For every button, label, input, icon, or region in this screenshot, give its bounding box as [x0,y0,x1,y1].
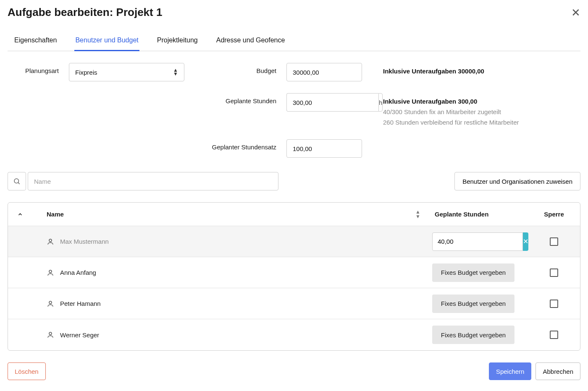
person-icon [47,269,54,276]
delete-button[interactable]: Löschen [8,362,46,380]
svg-point-3 [49,270,52,273]
table-row[interactable]: Peter Hamann Fixes Budget vergeben [8,288,580,319]
cancel-button[interactable]: Abbrechen [536,362,580,380]
hours-input[interactable] [432,232,523,251]
stunden-note-line2: 260 Stunden verbleibend für restliche Mi… [383,117,580,128]
lock-checkbox[interactable] [550,237,558,246]
name-header[interactable]: Name [47,211,415,218]
save-button[interactable]: Speichern [489,362,532,380]
svg-point-2 [49,239,52,242]
fix-budget-button[interactable]: Fixes Budget vergeben [432,295,514,313]
tab-eigenschaften[interactable]: Eigenschaften [13,33,58,51]
stunden-note-line1: 40/300 Stunden fix an Mitarbeiter zugete… [383,107,580,117]
user-name: Anna Anfang [60,269,96,276]
lock-checkbox[interactable] [550,300,558,308]
dialog-title: Aufgabe bearbeiten: Projekt 1 [8,6,162,19]
person-icon [47,300,54,308]
geplante-stunden-label: Geplante Stunden [8,93,286,104]
stunden-note-main: Inklusive Unteraufgaben 300,00 [383,96,580,107]
expand-header[interactable] [17,211,47,217]
lock-checkbox[interactable] [550,268,558,277]
stundensatz-label: Geplanter Stundensatz [8,139,286,151]
person-icon [47,238,54,245]
user-name: Werner Seger [60,331,99,339]
person-icon [47,331,54,339]
users-table: Name ▲▼ Geplante Stunden Sperre Max Must… [8,202,580,351]
budget-input[interactable] [286,63,362,81]
svg-point-0 [14,179,19,183]
user-name: Peter Hamann [60,300,101,307]
stundensatz-input[interactable] [286,139,362,158]
search-input[interactable] [28,172,278,190]
assign-users-button[interactable]: Benutzer und Organisationen zuweisen [454,172,580,190]
search-icon [8,172,26,190]
tabs: Eigenschaften Benutzer und Budget Projek… [8,33,580,51]
planungsart-label: Planungsart [8,63,69,74]
planungsart-value: Fixpreis [75,69,97,76]
fix-budget-button[interactable]: Fixes Budget vergeben [432,326,514,344]
close-icon[interactable]: ✕ [571,7,580,18]
tab-adresse-und-geofence[interactable]: Adresse und Geofence [215,33,286,51]
budget-label: Budget [184,63,286,74]
chevron-updown-icon: ▲▼ [173,69,178,75]
budget-note: Inklusive Unteraufgaben 30000,00 [383,66,580,77]
svg-point-5 [49,332,52,335]
svg-line-1 [18,183,19,184]
lock-header[interactable]: Sperre [537,211,571,218]
clear-hours-icon[interactable]: ✕ [523,232,528,251]
table-row[interactable]: Werner Seger Fixes Budget vergeben [8,319,580,350]
svg-point-4 [49,301,52,304]
table-row[interactable]: Anna Anfang Fixes Budget vergeben [8,257,580,288]
tab-benutzer-und-budget[interactable]: Benutzer und Budget [74,33,139,51]
table-row[interactable]: Max Mustermann ✕ [8,226,580,257]
fix-budget-button[interactable]: Fixes Budget vergeben [432,263,514,282]
tab-projektleitung[interactable]: Projektleitung [156,33,199,51]
lock-checkbox[interactable] [550,331,558,339]
planungsart-select[interactable]: Fixpreis ▲▼ [69,63,184,81]
user-name: Max Mustermann [60,238,109,245]
sort-icon[interactable]: ▲▼ [415,210,432,218]
hours-header[interactable]: Geplante Stunden [432,211,537,218]
